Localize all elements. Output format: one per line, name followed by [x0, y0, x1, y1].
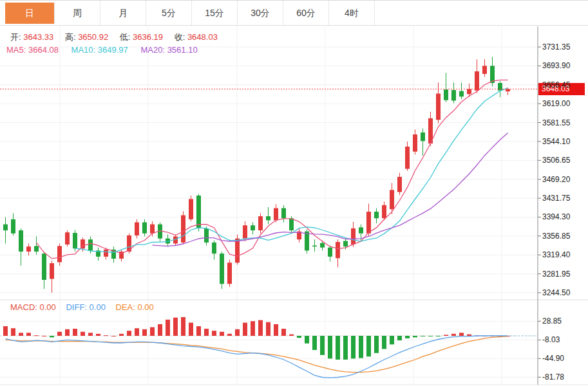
macd-bar — [390, 336, 394, 344]
candle — [305, 232, 309, 251]
candle — [506, 89, 510, 91]
candle — [351, 228, 356, 244]
candle — [50, 263, 54, 279]
macd-bar — [351, 336, 356, 358]
macd-bar — [374, 336, 379, 353]
macd-bar — [196, 326, 201, 336]
macd-bar — [251, 321, 255, 336]
macd-bar — [428, 336, 433, 336]
candle — [19, 230, 23, 252]
candle — [150, 225, 155, 234]
low-label: 低: — [120, 32, 131, 42]
candle — [405, 147, 410, 169]
candle — [235, 239, 240, 263]
macd-bar — [135, 328, 139, 336]
candle — [65, 232, 70, 244]
ohlc-row: 开: 3643.33 高: 3650.92 低: 3636.19 收: 3648… — [10, 32, 227, 43]
close-value: 3648.03 — [187, 32, 218, 42]
candle — [258, 216, 263, 230]
candle — [459, 91, 464, 97]
macd-bar — [204, 329, 209, 336]
candle — [467, 89, 471, 94]
candle — [220, 253, 224, 284]
macd-bar — [220, 332, 224, 336]
macd-bar — [50, 336, 54, 337]
macd-bar — [42, 336, 46, 336]
macd-bar — [459, 333, 464, 336]
candle — [11, 219, 15, 234]
chart-canvas — [0, 0, 588, 386]
ma10-value: 3649.97 — [98, 45, 128, 55]
macd-axis-label: -44.90 — [542, 354, 564, 363]
macd-bar — [320, 336, 325, 355]
diff-line — [6, 336, 508, 378]
candle — [57, 246, 62, 262]
candle — [390, 190, 394, 209]
price-axis-label: 3581.55 — [542, 118, 570, 127]
price-axis-label: 3394.30 — [542, 212, 570, 221]
macd-bar — [26, 333, 31, 336]
macd-bar — [127, 331, 131, 336]
candle — [490, 66, 495, 83]
candle — [475, 71, 479, 91]
candle — [421, 133, 425, 141]
price-axis-label: 3319.40 — [542, 250, 570, 259]
dea-value: 0.00 — [137, 302, 153, 312]
candle — [251, 225, 255, 230]
candle — [366, 212, 371, 234]
macd-bar — [166, 320, 170, 336]
macd-bar — [343, 336, 348, 360]
macd-axis-label: 28.85 — [542, 317, 562, 326]
price-axis-label: 3506.65 — [542, 156, 570, 165]
candle — [88, 239, 93, 250]
candle — [498, 83, 502, 91]
price-axis-label: 3693.90 — [542, 61, 570, 70]
ma20-label: MA20: — [140, 45, 165, 55]
macd-bar — [366, 336, 371, 356]
open-value: 3643.33 — [23, 32, 53, 42]
candle — [266, 216, 270, 220]
macd-bar — [289, 335, 294, 336]
macd-bar — [305, 336, 309, 344]
candle — [359, 227, 363, 233]
diff-value: 0.00 — [90, 302, 106, 312]
macd-bar — [173, 318, 178, 336]
macd-bar — [258, 320, 263, 336]
price-axis-label: 3731.35 — [542, 42, 570, 51]
macd-bar — [405, 336, 410, 338]
open-label: 开: — [10, 32, 21, 42]
macd-bar — [73, 329, 77, 336]
price-axis-label: 3469.20 — [542, 175, 570, 184]
macd-bar — [142, 329, 147, 336]
macd-bar — [281, 329, 286, 336]
candle — [397, 177, 402, 192]
macd-bar — [104, 335, 108, 336]
candle — [189, 199, 193, 219]
low-value: 3636.19 — [133, 32, 163, 42]
high-label: 高: — [65, 32, 76, 42]
candle — [413, 134, 417, 152]
macd-bar — [119, 334, 124, 336]
macd-bar — [235, 329, 240, 336]
price-axis-label: 3656.45 — [542, 80, 570, 89]
ma10-label: MA10: — [71, 45, 96, 55]
candle — [204, 228, 209, 243]
candle — [444, 89, 448, 100]
close-label: 收: — [175, 32, 185, 42]
candle — [328, 248, 332, 257]
macd-bar — [11, 328, 15, 336]
macd-bar — [81, 332, 85, 336]
candle — [142, 223, 147, 234]
candle — [289, 218, 294, 230]
macd-label: MACD: — [10, 302, 37, 312]
candle — [42, 253, 46, 280]
macd-bar — [359, 336, 363, 358]
candle — [243, 225, 247, 238]
candle — [436, 93, 441, 120]
macd-value: 0.00 — [40, 302, 56, 312]
macd-bar — [65, 329, 70, 336]
macd-bar — [274, 324, 278, 336]
price-axis-label: 3244.50 — [542, 288, 570, 297]
ma-legend-row: MA5: 3664.08 MA10: 3649.97 MA20: 3561.10 — [6, 45, 208, 55]
dea-line — [6, 336, 508, 372]
